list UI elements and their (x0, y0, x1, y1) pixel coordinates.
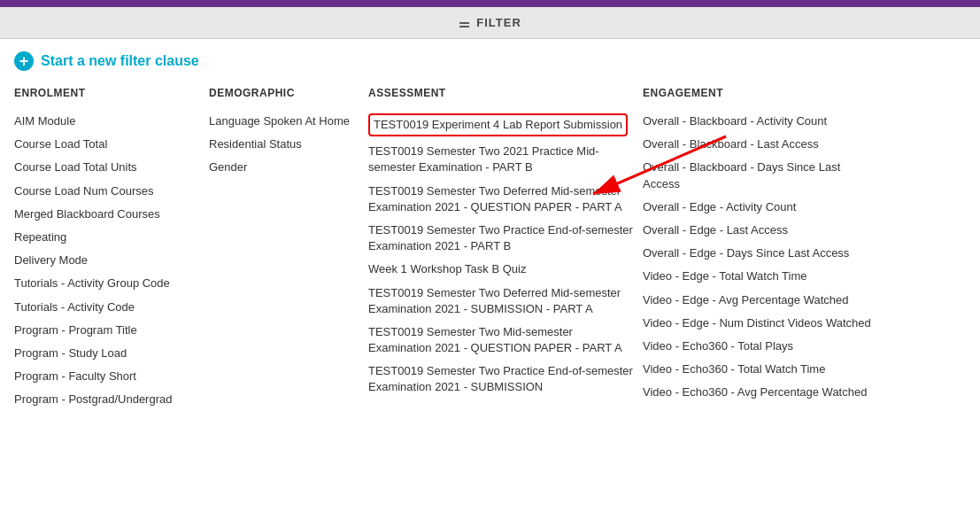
assessment-header: ASSESSMENT (368, 87, 634, 99)
top-bar (0, 0, 980, 7)
list-item[interactable]: TEST0019 Semester Two Deferred Mid-semes… (368, 180, 634, 219)
enrolment-column: ENROLMENT AIM Module Course Load Total C… (14, 87, 209, 411)
assessment-highlighted-box[interactable]: TEST0019 Experiment 4 Lab Report Submiss… (368, 113, 628, 136)
new-filter-text[interactable]: Start a new filter clause (41, 53, 199, 69)
list-item[interactable]: Video - Echo360 - Total Watch Time (643, 358, 873, 381)
list-item[interactable]: Video - Edge - Total Watch Time (643, 265, 873, 288)
list-item[interactable]: Video - Echo360 - Total Plays (643, 335, 873, 358)
list-item[interactable]: Tutorials - Activity Code (14, 296, 209, 319)
list-item[interactable]: Video - Echo360 - Avg Percentage Watched (643, 381, 873, 404)
list-item[interactable]: Language Spoken At Home (209, 110, 368, 133)
list-item[interactable]: Delivery Mode (14, 249, 209, 272)
main-content: + Start a new filter clause ENROLMENT AI… (0, 39, 980, 512)
list-item[interactable]: Overall - Edge - Days Since Last Access (643, 242, 873, 265)
list-item[interactable]: Course Load Total Units (14, 156, 209, 179)
list-item[interactable]: AIM Module (14, 110, 209, 133)
engagement-list: Overall - Blackboard - Activity Count Ov… (643, 110, 873, 404)
list-item[interactable]: Video - Edge - Num Distinct Videos Watch… (643, 312, 873, 335)
assessment-column: ASSESSMENT TEST0019 Experiment 4 Lab Rep… (368, 87, 643, 411)
list-item[interactable]: Course Load Num Courses (14, 180, 209, 203)
filter-icon: ⚌ (459, 16, 471, 30)
list-item[interactable]: Merged Blackboard Courses (14, 203, 209, 226)
list-item[interactable]: Overall - Blackboard - Activity Count (643, 110, 873, 133)
list-item[interactable]: Overall - Blackboard - Last Access (643, 133, 873, 156)
list-item[interactable]: Repeating (14, 226, 209, 249)
list-item[interactable]: Tutorials - Activity Group Code (14, 272, 209, 295)
list-item[interactable]: TEST0019 Semester Two Practice End-of-se… (368, 360, 634, 399)
assessment-list: TEST0019 Experiment 4 Lab Report Submiss… (368, 110, 634, 400)
list-item[interactable]: Program - Program Title (14, 319, 209, 342)
list-item[interactable]: Overall - Edge - Activity Count (643, 196, 873, 219)
filter-bar-label: ⚌ FILTER (459, 16, 521, 30)
list-item[interactable]: Gender (209, 156, 368, 179)
list-item[interactable]: Video - Edge - Avg Percentage Watched (643, 289, 873, 312)
list-item[interactable]: Program - Study Load (14, 342, 209, 365)
engagement-column: ENGAGEMENT Overall - Blackboard - Activi… (643, 87, 873, 411)
list-item[interactable]: TEST0019 Semester Two 2021 Practice Mid-… (368, 140, 634, 179)
engagement-header: ENGAGEMENT (643, 87, 873, 99)
list-item[interactable]: Overall - Blackboard - Days Since Last A… (643, 156, 873, 195)
plus-icon[interactable]: + (14, 51, 34, 71)
demographic-column: DEMOGRAPHIC Language Spoken At Home Resi… (209, 87, 368, 411)
columns-container: ENROLMENT AIM Module Course Load Total C… (14, 87, 966, 411)
list-item[interactable]: Program - Postgrad/Undergrad (14, 388, 209, 411)
list-item[interactable]: Overall - Edge - Last Access (643, 219, 873, 242)
new-filter-clause[interactable]: + Start a new filter clause (14, 51, 966, 71)
enrolment-header: ENROLMENT (14, 87, 209, 99)
filter-bar: ⚌ FILTER (0, 7, 980, 39)
list-item[interactable]: Week 1 Workshop Task B Quiz (368, 258, 634, 281)
list-item[interactable]: Course Load Total (14, 133, 209, 156)
list-item[interactable]: TEST0019 Semester Two Mid-semester Exami… (368, 321, 634, 360)
list-item[interactable]: Program - Faculty Short (14, 365, 209, 388)
list-item[interactable]: Residential Status (209, 133, 368, 156)
list-item[interactable]: TEST0019 Semester Two Practice End-of-se… (368, 219, 634, 258)
list-item[interactable]: TEST0019 Semester Two Deferred Mid-semes… (368, 282, 634, 321)
assessment-highlighted-item[interactable]: TEST0019 Experiment 4 Lab Report Submiss… (368, 110, 634, 140)
enrolment-list: AIM Module Course Load Total Course Load… (14, 110, 209, 411)
demographic-list: Language Spoken At Home Residential Stat… (209, 110, 368, 180)
filter-label: FILTER (476, 16, 521, 29)
demographic-header: DEMOGRAPHIC (209, 87, 368, 99)
